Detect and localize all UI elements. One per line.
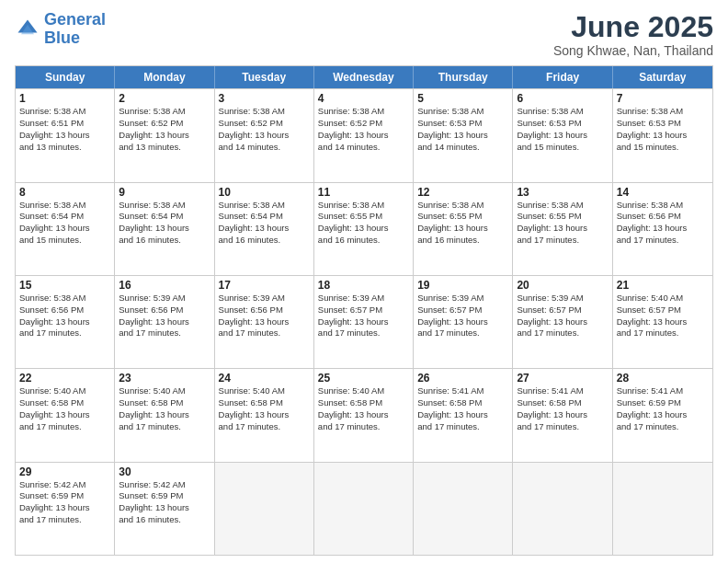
calendar-week: 29Sunrise: 5:42 AMSunset: 6:59 PMDayligh…	[16, 462, 712, 555]
cell-line: Daylight: 13 hours	[318, 316, 409, 328]
cell-line: Daylight: 13 hours	[19, 409, 110, 421]
cell-line: Sunset: 6:56 PM	[617, 211, 709, 223]
cell-line: and 16 minutes.	[119, 235, 210, 247]
cell-line: and 17 minutes.	[219, 421, 310, 433]
cell-line: Daylight: 13 hours	[318, 130, 409, 142]
month-title: June 2025	[553, 11, 713, 43]
cell-line: Sunset: 6:53 PM	[617, 118, 709, 130]
cell-line: Sunset: 6:57 PM	[617, 304, 709, 316]
cell-line: Daylight: 13 hours	[119, 130, 210, 142]
cell-line: and 17 minutes.	[318, 421, 409, 433]
cell-line: Daylight: 13 hours	[219, 223, 310, 235]
cell-line: Sunset: 6:53 PM	[517, 118, 608, 130]
calendar-week: 8Sunrise: 5:38 AMSunset: 6:54 PMDaylight…	[16, 182, 712, 275]
cell-line: and 17 minutes.	[19, 327, 110, 339]
cell-line: Daylight: 13 hours	[617, 130, 709, 142]
calendar-header-row: SundayMondayTuesdayWednesdayThursdayFrid…	[16, 66, 712, 88]
calendar-cell	[513, 463, 612, 555]
day-number: 22	[19, 372, 110, 385]
cell-line: Sunrise: 5:38 AM	[417, 200, 508, 212]
cell-line: Sunrise: 5:38 AM	[19, 200, 110, 212]
cell-line: Daylight: 13 hours	[617, 223, 709, 235]
day-number: 25	[318, 372, 409, 385]
cell-line: Daylight: 13 hours	[318, 223, 409, 235]
cell-line: and 17 minutes.	[318, 327, 409, 339]
calendar-cell: 8Sunrise: 5:38 AMSunset: 6:54 PMDaylight…	[16, 183, 115, 275]
cell-line: Sunrise: 5:41 AM	[417, 385, 508, 397]
cell-line: and 14 minutes.	[318, 142, 409, 154]
calendar-cell: 22Sunrise: 5:40 AMSunset: 6:58 PMDayligh…	[16, 369, 115, 461]
cell-line: Sunset: 6:55 PM	[417, 211, 508, 223]
day-number: 9	[119, 186, 210, 199]
cell-line: Sunrise: 5:38 AM	[517, 200, 608, 212]
day-number: 5	[417, 92, 508, 105]
day-number: 8	[19, 186, 110, 199]
cell-line: and 14 minutes.	[417, 142, 508, 154]
cell-line: Sunset: 6:59 PM	[19, 490, 110, 502]
calendar-header-cell: Tuesday	[215, 66, 314, 88]
cell-line: Sunset: 6:57 PM	[517, 304, 608, 316]
cell-line: Sunrise: 5:39 AM	[417, 293, 508, 304]
cell-line: Sunrise: 5:38 AM	[19, 106, 110, 118]
cell-line: and 16 minutes.	[219, 235, 310, 247]
calendar-cell: 9Sunrise: 5:38 AMSunset: 6:54 PMDaylight…	[115, 183, 214, 275]
calendar-header-cell: Thursday	[414, 66, 513, 88]
cell-line: Sunset: 6:58 PM	[517, 397, 608, 409]
cell-line: and 16 minutes.	[417, 235, 508, 247]
calendar-cell: 15Sunrise: 5:38 AMSunset: 6:56 PMDayligh…	[16, 276, 115, 368]
day-number: 20	[517, 279, 608, 292]
cell-line: Sunset: 6:53 PM	[417, 118, 508, 130]
cell-line: Daylight: 13 hours	[19, 316, 110, 328]
calendar-cell: 26Sunrise: 5:41 AMSunset: 6:58 PMDayligh…	[414, 369, 513, 461]
cell-line: and 17 minutes.	[417, 421, 508, 433]
cell-line: Daylight: 13 hours	[417, 130, 508, 142]
cell-line: and 13 minutes.	[119, 142, 210, 154]
cell-line: Daylight: 13 hours	[617, 316, 709, 328]
calendar-cell: 21Sunrise: 5:40 AMSunset: 6:57 PMDayligh…	[613, 276, 712, 368]
cell-line: Sunrise: 5:41 AM	[617, 385, 709, 397]
cell-line: Sunset: 6:58 PM	[219, 397, 310, 409]
cell-line: and 17 minutes.	[19, 514, 110, 526]
cell-line: Sunrise: 5:38 AM	[219, 200, 310, 212]
calendar-cell: 24Sunrise: 5:40 AMSunset: 6:58 PMDayligh…	[215, 369, 314, 461]
calendar-header-cell: Saturday	[613, 66, 712, 88]
cell-line: Sunrise: 5:40 AM	[119, 385, 210, 397]
day-number: 2	[119, 92, 210, 105]
calendar-cell: 18Sunrise: 5:39 AMSunset: 6:57 PMDayligh…	[314, 276, 414, 368]
day-number: 29	[19, 465, 110, 478]
day-number: 23	[119, 372, 210, 385]
cell-line: Daylight: 13 hours	[119, 316, 210, 328]
cell-line: and 13 minutes.	[19, 142, 110, 154]
day-number: 13	[517, 186, 608, 199]
calendar-cell: 13Sunrise: 5:38 AMSunset: 6:55 PMDayligh…	[513, 183, 612, 275]
cell-line: Daylight: 13 hours	[119, 223, 210, 235]
cell-line: Sunrise: 5:38 AM	[517, 106, 608, 118]
cell-line: Daylight: 13 hours	[318, 409, 409, 421]
cell-line: Sunset: 6:55 PM	[318, 211, 409, 223]
calendar-week: 15Sunrise: 5:38 AMSunset: 6:56 PMDayligh…	[16, 275, 712, 368]
calendar-cell: 27Sunrise: 5:41 AMSunset: 6:58 PMDayligh…	[513, 369, 612, 461]
calendar-cell: 6Sunrise: 5:38 AMSunset: 6:53 PMDaylight…	[513, 89, 612, 181]
cell-line: Daylight: 13 hours	[417, 409, 508, 421]
logo-line1: General	[44, 10, 106, 29]
cell-line: Daylight: 13 hours	[119, 409, 210, 421]
day-number: 7	[617, 92, 709, 105]
calendar-cell: 23Sunrise: 5:40 AMSunset: 6:58 PMDayligh…	[115, 369, 214, 461]
cell-line: Sunset: 6:54 PM	[119, 211, 210, 223]
day-number: 28	[617, 372, 709, 385]
cell-line: Sunset: 6:56 PM	[219, 304, 310, 316]
cell-line: Daylight: 13 hours	[19, 130, 110, 142]
cell-line: Sunset: 6:54 PM	[219, 211, 310, 223]
day-number: 1	[19, 92, 110, 105]
day-number: 26	[417, 372, 508, 385]
cell-line: and 15 minutes.	[517, 142, 608, 154]
header: General Blue June 2025 Song Khwae, Nan, …	[15, 11, 713, 58]
calendar-cell: 1Sunrise: 5:38 AMSunset: 6:51 PMDaylight…	[16, 89, 115, 181]
cell-line: Daylight: 13 hours	[219, 409, 310, 421]
calendar-week: 22Sunrise: 5:40 AMSunset: 6:58 PMDayligh…	[16, 368, 712, 461]
day-number: 24	[219, 372, 310, 385]
cell-line: Sunset: 6:52 PM	[119, 118, 210, 130]
calendar-body: 1Sunrise: 5:38 AMSunset: 6:51 PMDaylight…	[16, 88, 712, 555]
cell-line: and 17 minutes.	[617, 235, 709, 247]
cell-line: and 17 minutes.	[119, 421, 210, 433]
